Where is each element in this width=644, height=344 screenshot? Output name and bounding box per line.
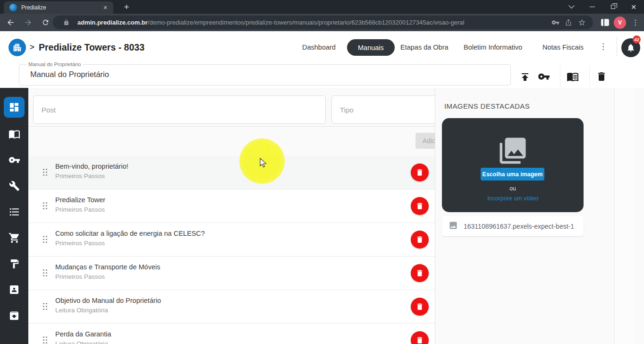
- sidebar-item-dashboard[interactable]: [4, 97, 25, 118]
- screen: Predialize ✕ + ✕ admin.predialize.com.br…: [0, 0, 644, 344]
- sidebar-item-keys[interactable]: [8, 154, 20, 166]
- refresh-button[interactable]: [38, 16, 52, 30]
- post-category: Leitura Obrigatória: [55, 340, 108, 344]
- featured-image-item[interactable]: 1631108961637.pexels-expect-best-1: [442, 216, 584, 236]
- sidebar-item-finishes[interactable]: [8, 258, 20, 270]
- open-book-icon: [8, 128, 20, 140]
- manual-name-field[interactable]: Manual do Proprietário Manual do Proprie…: [19, 64, 511, 86]
- post-input[interactable]: Post: [33, 95, 326, 124]
- tab-dashboard[interactable]: Dashboard: [302, 43, 336, 51]
- trash-icon: [415, 302, 424, 311]
- post-category: Primeiros Passos: [55, 273, 105, 280]
- dashboard-icon: [8, 102, 20, 113]
- delete-post-button[interactable]: [411, 331, 429, 344]
- cart-icon: [8, 232, 20, 244]
- delete-post-button[interactable]: [411, 264, 429, 282]
- chevron-down-icon: [568, 2, 575, 9]
- image-upload-card: Escolha uma imagem ou Incorpore um vídeo: [442, 118, 584, 212]
- new-tab-button[interactable]: +: [120, 1, 133, 13]
- browser-menu-icon[interactable]: ⋮: [631, 18, 640, 27]
- choose-image-button[interactable]: Escolha uma imagem: [481, 168, 544, 181]
- upload-button[interactable]: [519, 70, 531, 83]
- post-row[interactable]: Predialize Tower Primeiros Passos: [28, 189, 454, 223]
- sidebar-item-archive[interactable]: [8, 310, 20, 322]
- restore-icon: [611, 5, 615, 9]
- tab-close-icon[interactable]: ✕: [101, 3, 110, 12]
- access-key-button[interactable]: [538, 70, 550, 83]
- browser-toolbar: admin.predialize.com.br/demo-predialize/…: [0, 14, 644, 31]
- sidebar-item-shop[interactable]: [8, 232, 20, 244]
- workspace: Post Tipo Adicionar Bem-vindo, proprietá…: [0, 88, 644, 344]
- book-icon: [567, 70, 579, 83]
- tab-etapas-da-obra[interactable]: Etapas da Obra: [400, 43, 449, 51]
- delete-manual-button[interactable]: [595, 70, 608, 83]
- bookmark-star-icon[interactable]: [575, 18, 588, 26]
- post-row[interactable]: Bem-vindo, proprietário! Primeiros Passo…: [28, 156, 454, 189]
- image-icon: [449, 221, 458, 232]
- sidebar-item-manuals[interactable]: [8, 128, 20, 140]
- archive-icon: [8, 310, 20, 321]
- list-icon: [8, 206, 20, 218]
- password-key-icon[interactable]: [549, 18, 562, 26]
- back-button[interactable]: [3, 16, 17, 30]
- minimize-button[interactable]: [582, 0, 602, 14]
- lock-icon: [59, 19, 73, 26]
- toolbar-right: V ⋮: [601, 16, 640, 29]
- post-row[interactable]: Perda da Garantia Leitura Obrigatória: [28, 324, 454, 344]
- sidebar-item-maintenance[interactable]: [8, 180, 20, 192]
- sidebar: [0, 88, 28, 344]
- key-icon: [8, 154, 20, 166]
- manual-pages-button[interactable]: [567, 70, 579, 83]
- sidebar-item-contacts[interactable]: [8, 284, 20, 296]
- drag-handle-icon[interactable]: [42, 336, 48, 344]
- tab-boletim-informativo[interactable]: Boletim Informativo: [464, 43, 522, 51]
- browser-tab-strip: Predialize ✕ + ✕: [0, 0, 644, 14]
- restore-button[interactable]: [602, 0, 623, 14]
- url-bar[interactable]: admin.predialize.com.br/demo-predialize/…: [53, 16, 593, 29]
- key-icon: [538, 70, 550, 83]
- side-panel-icon[interactable]: [601, 19, 609, 26]
- url-domain: admin.predialize.com.br: [77, 19, 148, 26]
- app-logo[interactable]: [8, 39, 26, 56]
- divider: [28, 126, 463, 127]
- post-row[interactable]: Objetivo do Manual do Proprietário Leitu…: [28, 290, 454, 324]
- browser-avatar[interactable]: V: [614, 17, 626, 29]
- window-close-button[interactable]: ✕: [623, 0, 644, 14]
- post-row[interactable]: Como solicitar a ligação de energia na C…: [28, 223, 454, 257]
- delete-post-button[interactable]: [411, 298, 429, 316]
- post-title: Predialize Tower: [55, 196, 105, 204]
- delete-post-button[interactable]: [411, 197, 429, 215]
- browser-tab[interactable]: Predialize ✕: [4, 1, 113, 14]
- drag-handle-icon[interactable]: [42, 269, 48, 279]
- sidebar-item-list[interactable]: [8, 206, 20, 218]
- minimize-icon: [590, 7, 595, 8]
- window-controls: ✕: [561, 0, 644, 14]
- drag-handle-icon[interactable]: [42, 302, 48, 312]
- bell-icon: [626, 43, 636, 52]
- window-menu-button[interactable]: [561, 0, 582, 14]
- post-category: Primeiros Passos: [55, 172, 105, 180]
- tab-manuais[interactable]: Manuais: [347, 39, 395, 56]
- drag-handle-icon[interactable]: [42, 202, 48, 212]
- trash-icon: [415, 202, 424, 210]
- manual-field-row: Manual do Proprietário Manual do Proprie…: [0, 61, 644, 88]
- forward-icon: [24, 18, 33, 27]
- post-category: Leitura Obrigatória: [55, 307, 108, 314]
- delete-post-button[interactable]: [411, 163, 429, 181]
- header-more-menu[interactable]: ⋮: [599, 42, 607, 52]
- share-icon[interactable]: [562, 19, 575, 26]
- post-row[interactable]: Mudanças e Transporte de Móveis Primeiro…: [28, 257, 454, 290]
- drag-handle-icon[interactable]: [42, 168, 48, 178]
- drag-handle-icon[interactable]: [42, 235, 48, 245]
- back-icon: [6, 18, 15, 27]
- post-title: Como solicitar a ligação de energia na C…: [55, 230, 205, 237]
- post-title: Mudanças e Transporte de Móveis: [55, 263, 160, 271]
- photo-library-icon: [497, 135, 528, 168]
- building-icon: [12, 43, 22, 52]
- tab-title: Predialize: [21, 4, 101, 11]
- post-title: Bem-vindo, proprietário!: [55, 163, 128, 170]
- tab-notas-fiscais[interactable]: Notas Fiscais: [542, 43, 584, 51]
- delete-post-button[interactable]: [411, 231, 429, 249]
- forward-button[interactable]: [21, 16, 35, 30]
- embed-video-link[interactable]: Incorpore um vídeo: [442, 195, 584, 202]
